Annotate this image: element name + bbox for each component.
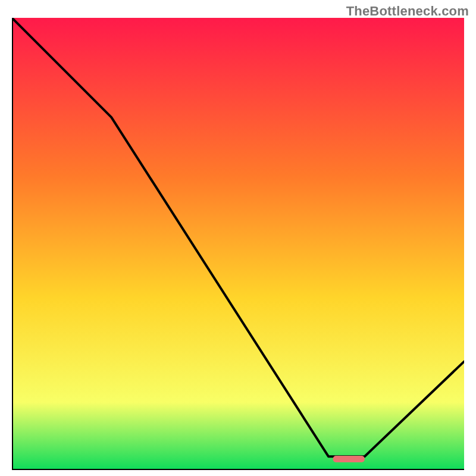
chart-container: TheBottleneck.com (0, 0, 476, 476)
optimum-marker (333, 456, 365, 462)
plot-area (12, 18, 464, 470)
watermark-text: TheBottleneck.com (346, 4, 469, 19)
chart-svg (12, 18, 464, 470)
